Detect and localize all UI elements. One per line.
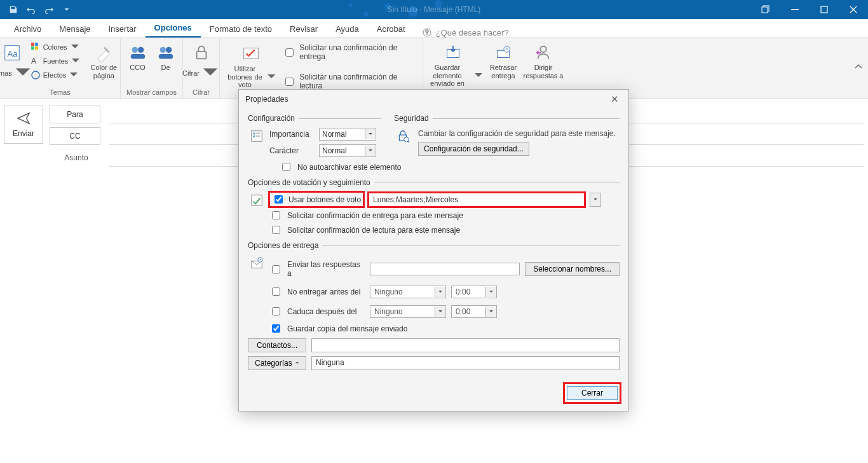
- importance-select[interactable]: Normal: [319, 128, 376, 141]
- send-replies-to-field[interactable]: [370, 263, 520, 275]
- delay-delivery-button[interactable]: Retrasar entrega: [486, 41, 520, 82]
- tab-insertar[interactable]: Insertar: [100, 20, 146, 38]
- delivery-legend: Opciones de entrega: [248, 241, 322, 250]
- svg-rect-1: [762, 7, 768, 13]
- voting-buttons-button[interactable]: Utilizar botones de voto: [225, 42, 276, 92]
- tab-archivo[interactable]: Archivo: [5, 20, 50, 38]
- svg-rect-17: [130, 54, 145, 59]
- tab-acrobat[interactable]: Acrobat: [368, 20, 414, 38]
- expires-after-checkbox[interactable]: Caduca después del: [269, 305, 365, 317]
- svg-text:Aa: Aa: [7, 49, 18, 59]
- cco-button[interactable]: CCO: [125, 41, 151, 74]
- minimize-icon[interactable]: [780, 0, 810, 19]
- group-temas-label: Temas: [50, 87, 70, 97]
- chevron-down-icon: [295, 361, 299, 366]
- tab-revisar[interactable]: Revisar: [281, 20, 327, 38]
- maximize-icon[interactable]: [810, 0, 839, 19]
- svg-rect-6: [426, 32, 427, 34]
- confirm-delivery-checkbox[interactable]: Solicitar confirmación de entrega para e…: [269, 209, 620, 221]
- svg-rect-28: [254, 133, 255, 135]
- delivery-icon: [248, 255, 266, 370]
- close-window-icon[interactable]: [839, 0, 868, 19]
- svg-rect-3: [821, 6, 827, 13]
- ribbon-tabs: Archivo Mensaje Insertar Opciones Format…: [0, 19, 868, 38]
- svg-rect-31: [256, 135, 260, 137]
- svg-rect-2: [791, 9, 799, 10]
- encrypt-button[interactable]: Cifrar: [187, 41, 215, 85]
- group-cifrar: Cifrar Cifrar: [183, 38, 220, 99]
- svg-point-19: [166, 47, 172, 53]
- save-sent-item-button[interactable]: Guardar elemento enviado en: [423, 41, 484, 90]
- contacts-field[interactable]: [311, 338, 620, 352]
- dialog-close-icon[interactable]: ✕: [607, 92, 622, 107]
- redo-icon[interactable]: [41, 1, 57, 18]
- security-desc: Cambiar la configuración de seguridad pa…: [418, 128, 620, 142]
- fonts-button[interactable]: AFuentes: [28, 55, 84, 67]
- save-icon[interactable]: [5, 1, 22, 18]
- group-mostrar-campos: CCO De Mostrar campos: [121, 38, 183, 99]
- security-settings-button[interactable]: Configuración de seguridad...: [418, 142, 529, 156]
- svg-rect-12: [35, 46, 38, 50]
- voting-options-field[interactable]: Lunes;Maartes;Miercoles: [369, 193, 585, 207]
- categories-button[interactable]: Categorías: [248, 356, 306, 370]
- window-controls: [751, 0, 868, 19]
- no-autoarchive-checkbox[interactable]: No autoarchivar este elemento: [280, 161, 620, 173]
- title-decoration: [343, 0, 483, 19]
- expires-time[interactable]: 0:00: [451, 305, 497, 318]
- direct-replies-button[interactable]: Dirigir respuestas a: [523, 41, 564, 82]
- close-button-highlight: Cerrar: [565, 384, 620, 402]
- svg-point-16: [138, 47, 144, 53]
- send-button[interactable]: Enviar: [4, 106, 43, 144]
- svg-point-26: [540, 46, 546, 52]
- sensitivity-label: Carácter: [269, 146, 314, 155]
- tab-opciones[interactable]: Opciones: [146, 19, 201, 38]
- config-legend: Configuración: [248, 114, 299, 123]
- tab-mensaje[interactable]: Mensaje: [50, 20, 99, 38]
- quick-access-toolbar: [0, 1, 75, 18]
- send-replies-to-checkbox[interactable]: Enviar las respuestas a: [269, 260, 365, 278]
- svg-point-15: [132, 47, 137, 53]
- request-delivery-receipt[interactable]: Solicitar una confirmación de entrega: [283, 41, 417, 64]
- svg-rect-21: [196, 52, 206, 59]
- svg-rect-20: [158, 54, 173, 59]
- categories-field[interactable]: Ninguna: [311, 356, 620, 370]
- dialog-title: Propiedades: [245, 95, 288, 104]
- voting-icon: [248, 192, 266, 236]
- tell-me[interactable]: ¿Qué desea hacer?: [422, 27, 509, 38]
- svg-rect-30: [256, 133, 260, 134]
- restore-window-icon[interactable]: [751, 0, 780, 19]
- no-deliver-date[interactable]: Ninguno: [370, 286, 446, 298]
- properties-dialog: Propiedades ✕ Configuración Importancia …: [238, 89, 629, 411]
- themes-button[interactable]: Aa Temas: [0, 41, 25, 85]
- svg-point-18: [159, 47, 165, 53]
- qat-more-icon[interactable]: [58, 1, 75, 18]
- security-icon: [394, 128, 412, 156]
- close-button[interactable]: Cerrar: [567, 386, 618, 400]
- no-deliver-before-checkbox[interactable]: No entregar antes del: [269, 286, 365, 298]
- select-names-button[interactable]: Seleccionar nombres...: [525, 262, 620, 276]
- expires-date[interactable]: Ninguno: [370, 305, 446, 318]
- to-button[interactable]: Para: [50, 106, 100, 123]
- no-deliver-time[interactable]: 0:00: [451, 286, 497, 298]
- tab-formato-de-texto[interactable]: Formato de texto: [201, 20, 281, 38]
- de-button[interactable]: De: [153, 41, 179, 74]
- group-mostrar-campos-label: Mostrar campos: [126, 87, 177, 97]
- page-color-button[interactable]: Color de página: [86, 41, 121, 82]
- collapse-ribbon-icon[interactable]: [854, 62, 863, 71]
- undo-icon[interactable]: [23, 1, 39, 18]
- use-voting-buttons-checkbox[interactable]: Usar botones de voto: [269, 192, 363, 207]
- properties-icon: [248, 128, 266, 157]
- confirm-read-checkbox[interactable]: Solicitar confirmación de lectura para e…: [269, 224, 620, 236]
- svg-rect-11: [31, 46, 34, 50]
- tab-ayuda[interactable]: Ayuda: [327, 20, 368, 38]
- cc-button[interactable]: CC: [50, 127, 100, 145]
- svg-rect-29: [254, 135, 255, 137]
- colors-button[interactable]: Colores: [28, 41, 84, 53]
- sensitivity-select[interactable]: Normal: [319, 144, 376, 157]
- contacts-button[interactable]: Contactos...: [248, 338, 306, 352]
- security-legend: Seguridad: [394, 114, 433, 123]
- save-copy-checkbox[interactable]: Guardar copia del mensaje enviado: [269, 322, 620, 335]
- voting-dropdown-icon[interactable]: [590, 193, 601, 207]
- titlebar: Sin título - Mensaje (HTML): [0, 0, 868, 19]
- effects-button[interactable]: Efectos: [28, 69, 84, 81]
